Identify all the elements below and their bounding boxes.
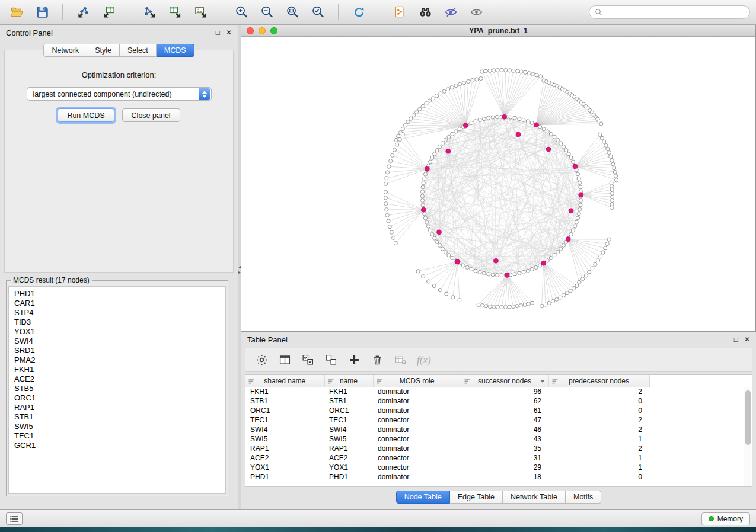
mcds-result-item[interactable]: SWI4 xyxy=(14,336,220,346)
toolbar-separator xyxy=(379,4,379,20)
close-panel-icon[interactable]: ✕ xyxy=(226,29,232,36)
add-column-button[interactable] xyxy=(347,354,361,367)
table-settings-button[interactable] xyxy=(255,354,268,367)
run-mcds-button[interactable]: Run MCDS xyxy=(58,108,114,122)
show-graphics-button[interactable] xyxy=(465,4,487,21)
table-row[interactable]: FKH1FKH1dominator962 xyxy=(245,387,752,396)
mcds-result-item[interactable]: TEC1 xyxy=(14,431,220,441)
tab-node-table[interactable]: Node Table xyxy=(396,491,450,504)
column-chooser-button[interactable] xyxy=(278,354,291,367)
delete-table-icon xyxy=(394,354,407,366)
tab-network[interactable]: Network xyxy=(43,44,87,57)
panel-menu-button[interactable] xyxy=(6,512,23,525)
open-session-button[interactable] xyxy=(6,4,27,21)
tab-style[interactable]: Style xyxy=(87,44,120,57)
zoom-fit-button[interactable] xyxy=(282,4,303,21)
table-cell: YOX1 xyxy=(324,463,373,472)
tab-motifs[interactable]: Motifs xyxy=(566,491,601,504)
mcds-result-item[interactable]: ORC1 xyxy=(14,393,220,403)
save-session-button[interactable] xyxy=(31,4,53,21)
mcds-result-list[interactable]: PHD1CAR1STP4TID3YOX1SWI4SRD1PMA2FKH1ACE2… xyxy=(8,286,226,494)
table-cell-filler xyxy=(649,453,752,463)
table-row[interactable]: ACE2ACE2connector311 xyxy=(245,453,752,463)
table-row[interactable]: PHD1PHD1dominator180 xyxy=(245,472,752,482)
table-cell: PHD1 xyxy=(324,472,373,482)
column-type-icon xyxy=(248,378,254,384)
search-box[interactable] xyxy=(589,5,750,19)
search-input[interactable] xyxy=(605,8,744,17)
zoom-out-button[interactable] xyxy=(256,4,277,21)
column-header-successor-nodes[interactable]: successor nodes xyxy=(461,375,548,387)
table-row[interactable]: SWI5SWI5connector431 xyxy=(245,434,752,444)
mcds-result-item[interactable]: FKH1 xyxy=(14,365,220,374)
hide-graphics-button[interactable] xyxy=(440,4,461,21)
mcds-result-item[interactable]: RAP1 xyxy=(14,403,220,412)
network-view-canvas[interactable] xyxy=(241,37,755,331)
mcds-result-item[interactable]: STP4 xyxy=(14,308,220,318)
criterion-select[interactable]: largest connected component (undirected) xyxy=(27,87,212,101)
table-cell: ORC1 xyxy=(324,406,373,415)
zoom-selected-button[interactable] xyxy=(307,4,328,21)
export-network-button[interactable] xyxy=(139,4,160,21)
tab-edge-table[interactable]: Edge Table xyxy=(450,491,503,504)
mcds-result-item[interactable]: SWI5 xyxy=(14,422,220,431)
mcds-result-item[interactable]: GCR1 xyxy=(14,441,220,450)
tab-network-table[interactable]: Network Table xyxy=(503,491,566,504)
column-header-predecessor-nodes[interactable]: predecessor nodes xyxy=(548,375,649,387)
export-table-button[interactable] xyxy=(164,4,186,21)
search-objects-button[interactable] xyxy=(414,4,436,21)
mcds-result-item[interactable]: STB1 xyxy=(14,412,220,422)
close-window-icon[interactable] xyxy=(247,27,254,34)
import-table-button[interactable] xyxy=(98,4,119,21)
table-row[interactable]: YOX1YOX1connector291 xyxy=(245,463,752,472)
column-header-shared-name[interactable]: shared name xyxy=(245,375,324,387)
close-table-panel-icon[interactable]: ✕ xyxy=(744,336,750,343)
column-header-mcds-role[interactable]: MCDS role xyxy=(373,375,461,387)
mcds-result-item[interactable]: CAR1 xyxy=(14,299,220,308)
table-row[interactable]: STB1STB1dominator620 xyxy=(245,396,752,406)
select-all-button[interactable] xyxy=(301,354,314,367)
table-row[interactable]: TEC1TEC1connector472 xyxy=(245,415,752,425)
eye-slash-icon xyxy=(444,5,458,19)
mcds-result-item[interactable]: YOX1 xyxy=(14,327,220,336)
sort-chevron-icon[interactable] xyxy=(540,380,545,383)
mcds-result-item[interactable]: STB5 xyxy=(14,384,220,393)
table-cell: 0 xyxy=(548,396,649,406)
mcds-result-item[interactable]: PHD1 xyxy=(14,289,220,299)
column-header-name[interactable]: name xyxy=(324,375,373,387)
clone-network-button[interactable] xyxy=(389,4,410,21)
scrollbar-thumb[interactable] xyxy=(745,390,751,445)
refresh-layout-button[interactable] xyxy=(348,4,369,21)
float-panel-icon[interactable]: □ xyxy=(216,29,220,36)
memory-button[interactable]: Memory xyxy=(701,512,750,525)
table-cell: 1 xyxy=(548,453,649,463)
mcds-result-item[interactable]: ACE2 xyxy=(14,374,220,384)
float-table-panel-icon[interactable]: □ xyxy=(734,336,738,343)
zoom-in-icon xyxy=(235,5,248,19)
table-scrollbar[interactable] xyxy=(744,387,751,486)
export-table-icon xyxy=(168,5,182,19)
tab-select[interactable]: Select xyxy=(120,44,157,57)
delete-table-button-disabled xyxy=(394,354,407,367)
close-mcds-panel-button[interactable]: Close panel xyxy=(122,108,180,122)
import-network-button[interactable] xyxy=(72,4,94,21)
table-row[interactable]: ORC1ORC1dominator610 xyxy=(245,406,752,415)
maximize-window-icon[interactable] xyxy=(270,27,277,34)
mcds-result-item[interactable]: PMA2 xyxy=(14,355,220,365)
table-cell-filler xyxy=(649,396,752,406)
column-type-icon xyxy=(377,378,382,384)
zoom-in-button[interactable] xyxy=(231,4,252,21)
deselect-all-icon xyxy=(325,354,337,366)
table-cell-filler xyxy=(649,444,752,453)
mcds-result-item[interactable]: TID3 xyxy=(14,318,220,327)
tab-mcds[interactable]: MCDS xyxy=(157,44,194,57)
save-icon xyxy=(36,5,49,19)
minimize-window-icon[interactable] xyxy=(259,27,266,34)
memory-label: Memory xyxy=(717,515,743,523)
table-row[interactable]: RAP1RAP1dominator352 xyxy=(245,444,752,453)
export-image-button[interactable] xyxy=(190,4,211,21)
delete-column-button[interactable] xyxy=(371,354,384,367)
mcds-result-item[interactable]: SRD1 xyxy=(14,346,220,355)
deselect-all-button[interactable] xyxy=(324,354,337,367)
table-row[interactable]: SWI4SWI4dominator462 xyxy=(245,425,752,434)
